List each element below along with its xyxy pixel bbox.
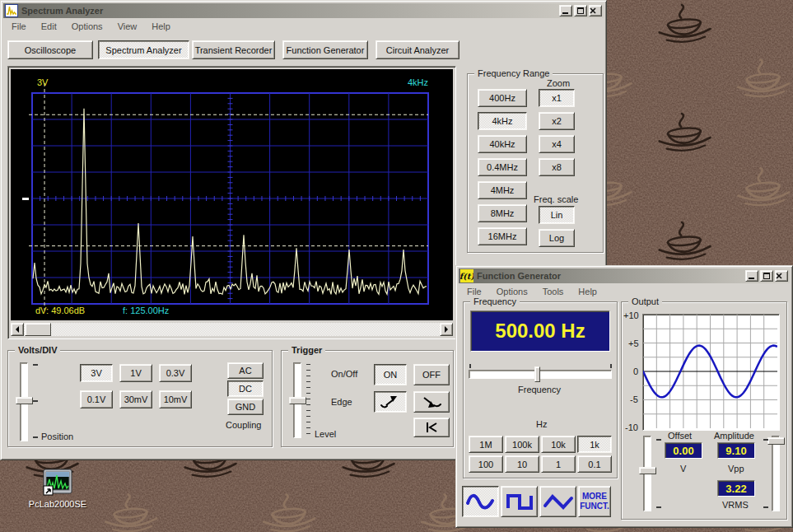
unit-100k-button[interactable]: 100k [505, 436, 539, 453]
volts-1v-button[interactable]: 1V [119, 364, 152, 382]
spectrum-display[interactable]: 3V 4kHz dV: 49.06dB f: 125.00Hz [11, 69, 453, 320]
unit-1k-button[interactable]: 1k [577, 436, 612, 453]
frequency-slider-track[interactable] [469, 370, 612, 379]
scroll-left-button[interactable] [11, 323, 24, 336]
zoom-x2-button[interactable]: x2 [539, 112, 575, 130]
button-label: 0.1 [588, 460, 600, 469]
vrms-value: 3.22 [725, 483, 746, 495]
frequency-range-group: Frequency Range 400Hz 4kHz 40kHz 0.4MHz … [467, 73, 604, 253]
button-label: OFF [422, 370, 441, 380]
trigger-position-reset-button[interactable] [413, 418, 450, 437]
level-slider-thumb[interactable] [289, 397, 306, 404]
coupling-gnd-button[interactable]: GND [227, 399, 264, 415]
tab-function-generator[interactable]: Function Generator [282, 40, 368, 59]
trigger-on-button[interactable]: ON [374, 364, 407, 385]
tick [656, 506, 661, 508]
offset-slider-thumb[interactable] [639, 467, 656, 474]
menu-file[interactable]: File [4, 21, 34, 31]
frequency-value: 500.00 Hz [495, 320, 585, 343]
menu-edit[interactable]: Edit [34, 21, 64, 31]
menu-help[interactable]: Help [144, 21, 178, 31]
volts-30mv-button[interactable]: 30mV [119, 390, 152, 408]
spectrum-analyzer-titlebar[interactable]: Spectrum Analyzer [3, 3, 604, 18]
sine-wave-icon [464, 489, 497, 514]
zoom-x4-button[interactable]: x4 [539, 135, 575, 153]
range-8mhz-button[interactable]: 8MHz [478, 204, 527, 222]
button-label: 1M [479, 440, 492, 450]
function-generator-titlebar[interactable]: f(t) Function Generator [459, 268, 790, 283]
close-button[interactable] [775, 270, 788, 282]
unit-1-button[interactable]: 1 [541, 455, 576, 473]
menu-help[interactable]: Help [571, 287, 604, 296]
amplitude-value: 9.10 [725, 445, 746, 457]
volts-10mv-button[interactable]: 10mV [159, 390, 192, 408]
range-16mhz-button[interactable]: 16MHz [478, 227, 527, 245]
zoom-x8-button[interactable]: x8 [539, 158, 575, 176]
trigger-off-button[interactable]: OFF [413, 364, 450, 385]
scroll-right-button[interactable] [440, 323, 453, 336]
button-label: 30mV [124, 394, 148, 404]
amplitude-slider-thumb[interactable] [767, 437, 785, 445]
desktop-shortcut-pclab2000se[interactable]: PcLab2000SE [8, 468, 107, 509]
spectrum-horizontal-scrollbar[interactable] [11, 323, 453, 336]
tab-oscilloscope[interactable]: Oscilloscope [7, 40, 93, 59]
unit-1m-button[interactable]: 1M [469, 436, 503, 453]
coupling-dc-button[interactable]: DC [227, 380, 264, 397]
range-40khz-button[interactable]: 40kHz [478, 135, 527, 153]
menu-options[interactable]: Options [489, 287, 535, 296]
position-slider-thumb[interactable] [16, 397, 33, 404]
range-4khz-button[interactable]: 4kHz [478, 112, 527, 130]
menu-file[interactable]: File [459, 287, 489, 296]
svg-text:f(t): f(t) [460, 272, 473, 281]
scroll-left-icon [16, 326, 19, 333]
frequency-slider-thumb[interactable] [534, 366, 540, 382]
button-label: 100k [512, 440, 532, 450]
y-tick-p5: +5 [628, 338, 639, 348]
volts-0.1v-button[interactable]: 0.1V [80, 390, 113, 408]
close-icon [776, 273, 782, 279]
scrollbar-thumb[interactable] [25, 323, 51, 336]
tab-transient-recorder[interactable]: Transient Recorder [192, 40, 275, 59]
zoom-label: Zoom [547, 78, 570, 88]
volts-div-title: Volts/DIV [15, 345, 60, 355]
scale-log-button[interactable]: Log [539, 229, 575, 247]
frequency-display: 500.00 Hz [470, 310, 610, 352]
tab-spectrum-analyzer[interactable]: Spectrum Analyzer [98, 40, 189, 59]
y-tick-m10: -10 [625, 422, 638, 432]
scale-lin-button[interactable]: Lin [539, 206, 575, 224]
button-label: AC [239, 366, 251, 376]
maximize-button[interactable] [760, 270, 773, 282]
button-label: MORE [582, 492, 607, 502]
unit-0.1-button[interactable]: 0.1 [577, 455, 612, 473]
coupling-ac-button[interactable]: AC [227, 362, 264, 379]
amplitude-slider-track[interactable] [772, 436, 780, 511]
rising-edge-button[interactable] [374, 391, 407, 413]
range-0.4mhz-button[interactable]: 0.4MHz [478, 158, 527, 176]
more-functions-button[interactable]: MORE FUNCT. [578, 486, 611, 517]
close-button[interactable] [589, 5, 602, 16]
frequency-range-title: Frequency Range [474, 68, 553, 78]
range-400hz-button[interactable]: 400Hz [478, 89, 527, 107]
button-label: 10mV [164, 394, 188, 404]
button-label: 0.4MHz [487, 162, 518, 172]
unit-10k-button[interactable]: 10k [541, 436, 576, 453]
unit-100-button[interactable]: 100 [469, 455, 503, 473]
zoom-x1-button[interactable]: x1 [539, 89, 575, 107]
minimize-button[interactable] [745, 270, 758, 282]
volts-3v-button[interactable]: 3V [80, 364, 113, 382]
tab-circuit-analyzer[interactable]: Circuit Analyzer [376, 40, 459, 59]
maximize-button[interactable] [574, 5, 587, 16]
menu-options[interactable]: Options [64, 21, 110, 31]
volts-0.3v-button[interactable]: 0.3V [159, 364, 192, 382]
menu-view[interactable]: View [110, 21, 145, 31]
button-label: x2 [552, 116, 562, 126]
range-4mhz-button[interactable]: 4MHz [478, 181, 527, 199]
minimize-button[interactable] [559, 5, 572, 16]
triangle-wave-button[interactable] [539, 486, 576, 517]
sine-wave-button[interactable] [462, 486, 499, 517]
tab-label: Transient Recorder [195, 45, 273, 55]
square-wave-button[interactable] [501, 486, 538, 517]
unit-10-button[interactable]: 10 [505, 455, 539, 473]
falling-edge-button[interactable] [413, 391, 450, 413]
menu-tools[interactable]: Tools [535, 287, 571, 296]
